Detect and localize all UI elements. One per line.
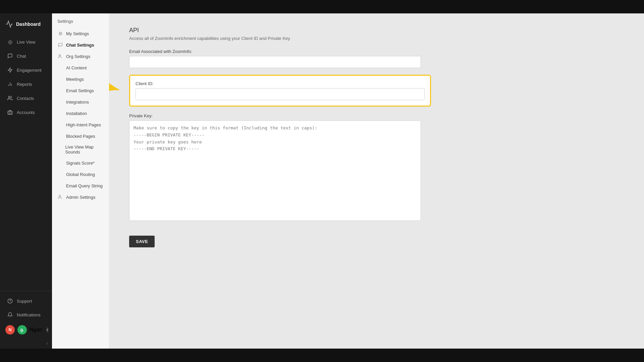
- installation-label: Installation: [66, 111, 87, 116]
- user-name: Ngan: [30, 327, 42, 333]
- global-routing-icon: [57, 171, 63, 177]
- api-title: API: [129, 27, 431, 34]
- live-view-icon: ◎: [7, 39, 13, 45]
- client-id-wrapper: ↗ Client ID:: [129, 75, 431, 107]
- engagement-icon: [7, 67, 13, 73]
- notification-badge: 4: [46, 327, 48, 333]
- sidebar-bottom: Support Notifications N g. Ngan 4: [0, 291, 52, 349]
- installation-icon: [57, 110, 63, 116]
- high-intent-label: High-Intent Pages: [66, 122, 101, 127]
- email-query-label: Email Query String: [66, 183, 103, 188]
- nav-ai-content[interactable]: AI Content: [52, 62, 109, 73]
- sidebar-item-contacts[interactable]: Contacts: [1, 92, 51, 105]
- logo[interactable]: Dashboard: [0, 17, 52, 35]
- integrations-label: Integrations: [66, 100, 89, 105]
- user-avatar-red: N: [5, 325, 15, 335]
- nav-global-routing[interactable]: Global Routing: [52, 169, 109, 180]
- sidebar-label-engagement: Engagement: [17, 68, 42, 73]
- sidebar-item-live-view[interactable]: ◎ Live View: [1, 35, 51, 49]
- private-key-group: Private Key:: [129, 113, 431, 222]
- sidebar-label-accounts: Accounts: [17, 110, 35, 115]
- secondary-sidebar: Settings ⚙ My Settings Chat Settings Org…: [52, 13, 109, 349]
- admin-settings-label: Admin Settings: [66, 195, 95, 200]
- email-settings-icon: [57, 87, 63, 94]
- nav-admin-settings[interactable]: Admin Settings: [52, 191, 109, 203]
- client-id-input[interactable]: [136, 88, 425, 100]
- chat-icon: [7, 53, 13, 59]
- private-key-label: Private Key:: [129, 113, 431, 118]
- svg-point-4: [8, 96, 10, 98]
- my-settings-icon: ⚙: [57, 31, 63, 37]
- sidebar-label-reports: Reports: [17, 82, 32, 87]
- nav-live-view-map[interactable]: Live View Map Sounds: [52, 142, 109, 157]
- top-bar: [0, 0, 644, 13]
- my-settings-label: My Settings: [66, 31, 89, 36]
- nav-blocked-pages[interactable]: Blocked Pages: [52, 130, 109, 142]
- svg-rect-5: [8, 111, 12, 114]
- bottom-bar: [0, 349, 644, 362]
- sidebar-item-engagement[interactable]: Engagement: [1, 63, 51, 77]
- sidebar-label-chat: Chat: [17, 54, 26, 59]
- client-id-highlight-box: Client ID:: [129, 75, 431, 107]
- global-routing-label: Global Routing: [66, 172, 95, 177]
- notifications-icon: [7, 311, 13, 318]
- notifications-label: Notifications: [17, 312, 41, 317]
- live-view-map-label: Live View Map Sounds: [65, 144, 104, 155]
- meetings-icon: [57, 76, 63, 82]
- section-header: API Access all of ZoomInfo enrichment ca…: [129, 27, 431, 41]
- email-settings-label: Email Settings: [66, 88, 94, 93]
- svg-point-8: [59, 55, 61, 56]
- org-settings-label: Org Settings: [66, 54, 90, 59]
- client-id-label: Client ID:: [136, 81, 425, 86]
- org-settings-icon: [57, 53, 63, 59]
- signals-score-icon: [57, 160, 63, 166]
- live-view-map-icon: [57, 146, 63, 153]
- ai-content-label: AI Content: [66, 65, 87, 70]
- ai-content-icon: [57, 65, 63, 71]
- nav-high-intent[interactable]: High-Intent Pages: [52, 119, 109, 130]
- sidebar-item-notifications[interactable]: Notifications: [1, 308, 51, 321]
- nav-chat-settings[interactable]: Chat Settings: [52, 39, 109, 51]
- email-input[interactable]: [129, 56, 421, 68]
- svg-marker-0: [8, 68, 12, 72]
- contacts-icon: [7, 95, 13, 102]
- blocked-pages-icon: [57, 133, 63, 139]
- nav-email-settings[interactable]: Email Settings: [52, 85, 109, 96]
- sidebar-label-contacts: Contacts: [17, 96, 34, 101]
- admin-settings-icon: [57, 194, 63, 200]
- email-query-icon: [57, 183, 63, 189]
- support-label: Support: [17, 299, 32, 304]
- sidebar-item-reports[interactable]: Reports: [1, 77, 51, 91]
- chat-settings-icon: [57, 42, 63, 48]
- sidebar-label-live-view: Live View: [17, 40, 35, 45]
- private-key-textarea[interactable]: [129, 120, 421, 221]
- email-group: Email Associated with ZoomInfo:: [129, 49, 431, 68]
- collapse-button[interactable]: ‹: [0, 338, 52, 349]
- blocked-pages-label: Blocked Pages: [66, 134, 95, 139]
- nav-installation[interactable]: Installation: [52, 108, 109, 119]
- nav-signals-score[interactable]: Signals Score*: [52, 157, 109, 169]
- sidebar-item-support[interactable]: Support: [1, 294, 51, 308]
- meetings-label: Meetings: [66, 77, 84, 82]
- sidebar-item-accounts[interactable]: Accounts: [1, 106, 51, 119]
- chat-settings-label: Chat Settings: [66, 43, 94, 48]
- dashboard-label: Dashboard: [16, 21, 41, 27]
- nav-org-settings[interactable]: Org Settings: [52, 51, 109, 62]
- api-section: API Access all of ZoomInfo enrichment ca…: [129, 27, 431, 247]
- main-content: API Access all of ZoomInfo enrichment ca…: [109, 13, 644, 349]
- nav-email-query[interactable]: Email Query String: [52, 180, 109, 191]
- sidebar-item-chat[interactable]: Chat: [1, 49, 51, 63]
- user-avatar-g: g.: [17, 325, 27, 335]
- email-label: Email Associated with ZoomInfo:: [129, 49, 431, 54]
- nav-integrations[interactable]: Integrations: [52, 96, 109, 108]
- save-button[interactable]: SAVE: [129, 236, 155, 247]
- nav-my-settings[interactable]: ⚙ My Settings: [52, 28, 109, 39]
- integrations-icon: [57, 99, 63, 105]
- collapse-icon: ‹: [46, 341, 48, 346]
- api-description: Access all of ZoomInfo enrichment capabi…: [129, 36, 431, 41]
- settings-section-title: Settings: [52, 19, 109, 28]
- signals-score-label: Signals Score*: [66, 161, 95, 166]
- nav-meetings[interactable]: Meetings: [52, 73, 109, 85]
- user-section[interactable]: N g. Ngan 4: [0, 322, 52, 338]
- svg-point-9: [59, 195, 61, 197]
